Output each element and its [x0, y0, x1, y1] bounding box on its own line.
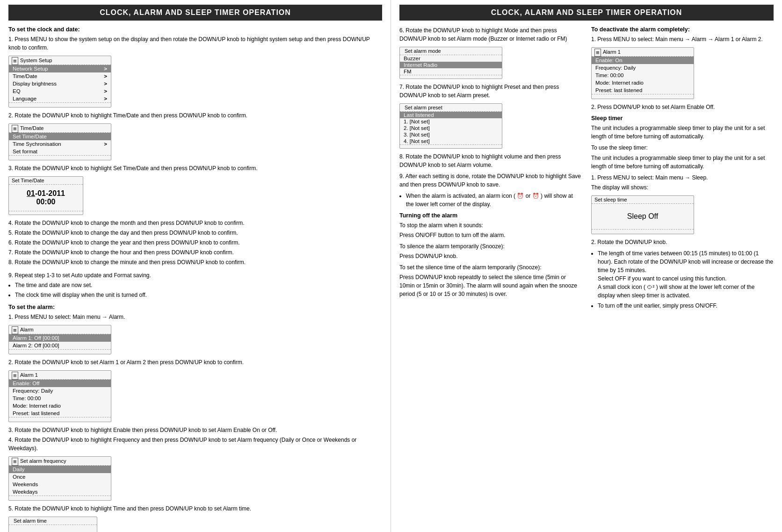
date-display: 01-01-2011 [9, 189, 83, 198]
step6-text: 6. Rotate the DOWN/UP knob to change the… [8, 238, 382, 247]
right-step6: 6. Rotate the DOWN/UP knob to highlight … [399, 26, 582, 43]
set-format-item: Set format [9, 148, 111, 155]
alarm-step1: 1. Press MENU to select: Main menu → Ala… [8, 313, 382, 321]
frequency-weekends: Weekends [9, 481, 111, 488]
right-bullet-1: When the alarm is activated, an alarm ic… [406, 192, 582, 208]
step7-text: 7. Rotate the DOWN/UP knob to change the… [8, 248, 382, 257]
preset-2: 2. [Not set] [400, 125, 502, 131]
right-step7: 7. Rotate the DOWN/UP knob to highlight … [399, 83, 582, 100]
alarm1-menu-box: Alarm 1 Enable: Off Frequency: Daily Tim… [8, 370, 111, 422]
alarm1r-frequency-item: Frequency: Daily [592, 64, 694, 72]
turning-off-title: Turning off the alarm [399, 212, 582, 219]
alarm-time-title: Set alarm time [9, 517, 97, 525]
right-content-top: 6. Rotate the DOWN/UP knob to highlight … [399, 26, 774, 313]
sleep-timer-title: Sleep timer [591, 115, 774, 122]
menu-icon [12, 58, 18, 63]
frequency-daily: Daily [9, 466, 111, 473]
deactivate-title: To deactivate the alarm completely: [591, 26, 774, 33]
sleep-para2: The unit includes a programmable sleep t… [591, 154, 774, 171]
deactivate-step1: 1. Press MENU to select: Main menu → Ala… [591, 35, 774, 43]
menu-icon-5 [12, 458, 18, 464]
language-item: Language [9, 95, 111, 102]
set-alarm-time-box: Set alarm time 00:00 [8, 517, 97, 532]
sleep-time-bottom [592, 229, 694, 234]
step1-text: 1. Press MENU to show the system setup o… [8, 35, 382, 52]
sleep-use-title: To use the sleep timer: [591, 144, 774, 152]
preset-last-listened: Last listened [400, 112, 502, 118]
eq-item: EQ [9, 87, 111, 95]
alarm1-enable-item: Enable: Off [9, 380, 111, 387]
set-alarm-section: To set the alarm: 1. Press MENU to selec… [8, 304, 382, 532]
alarm1r-time-item: Time: 00:00 [592, 72, 694, 79]
turning-off-p3: To set the silence time of the alarm tem… [399, 263, 582, 272]
step9-section: 9. Repeat step 1-3 to set Auto update an… [8, 271, 382, 299]
alarm-preset-box: Set alarm preset Last listened 1. [Not s… [399, 103, 502, 149]
sleep-step1: 1. Press MENU to select: Main menu → Sle… [591, 173, 774, 182]
turning-off-p3b: Press DOWN/UP knob repeatdly to select t… [399, 273, 582, 298]
step9-text: 9. Repeat step 1-3 to set Auto update an… [8, 271, 382, 280]
step2-text: 2. Rotate the DOWN/UP knob to highlight … [8, 111, 382, 120]
alarm-time-content: 00:00 [9, 525, 97, 532]
alarm1-menu-title: Alarm 1 [9, 371, 111, 380]
network-setup-item: Network Setup [9, 65, 111, 72]
sleep-time-box: Set sleep time Sleep Off [591, 195, 694, 234]
alarm-step4: 4. Rotate the DOWN/UP knob to highlight … [8, 436, 382, 453]
alarm-mode-box: Set alarm mode Buzzer Internet Radio FM [399, 47, 502, 79]
alarm-preset-title: Set alarm preset [400, 104, 502, 112]
alarm1-right-box: Alarm 1 Enable: On Frequency: Daily Time… [591, 47, 694, 99]
step3-text: 3. Rotate the DOWN/UP knob to highlight … [8, 164, 382, 173]
alarm-step2: 2. Rotate the DOWN/UP knob to set Alarm … [8, 358, 382, 367]
alarm2-item: Alarm 2: Off [00:00] [9, 342, 111, 349]
alarm-frequency-box: Set alarm frequency Daily Once Weekends … [8, 456, 111, 501]
alarm-menu-title: Alarm [9, 325, 111, 334]
alarm1-preset-item: Preset: last listened [9, 410, 111, 417]
set-clock-section: To set the clock and date: 1. Press MENU… [8, 26, 382, 266]
time-date-bottom [9, 155, 111, 160]
time-sync-item: Time Sychronisation [9, 140, 111, 148]
display-brightness-item: Display brightness [9, 80, 111, 87]
alarm1r-enable-item: Enable: On [592, 57, 694, 64]
alarm1-frequency-item: Frequency: Daily [9, 387, 111, 395]
right-header: CLOCK, ALARM AND SLEEP TIMER OPERATION [399, 5, 774, 21]
date-day: 01 [27, 189, 35, 197]
right-right-col: To deactivate the alarm completely: 1. P… [591, 26, 774, 313]
set-alarm-title: To set the alarm: [8, 304, 382, 310]
sleep-bullet-2: To turn off the unit earlier, simply pre… [598, 302, 774, 310]
alarm-frequency-bottom [9, 496, 111, 500]
time-date-box: Time/Date Set Time/Date Time Sychronisat… [8, 123, 111, 160]
alarm-mode-title: Set alarm mode [400, 47, 502, 55]
sleep-bullet-list: The length of time varies between 00:15 … [598, 249, 774, 310]
alarm-preset-bottom [400, 144, 502, 148]
alarm1r-mode-item: Mode: Internet radio [592, 79, 694, 86]
alarm1r-preset-item: Preset: last listened [592, 86, 694, 94]
sleep-bullet-1: The length of time varies between 00:15 … [598, 249, 774, 300]
alarm-step3: 3. Rotate the DOWN/UP knob to highlight … [8, 426, 382, 434]
sleep-time-content: Sleep Off [592, 204, 694, 229]
system-setup-box: System Setup Network Setup Time/Date Dis… [8, 56, 111, 108]
left-page: CLOCK, ALARM AND SLEEP TIMER OPERATION T… [0, 0, 391, 532]
set-time-date-box: Set Time/Date 01-01-2011 00:00 [8, 176, 83, 215]
menu-icon-9 [594, 49, 601, 55]
alarm1-mode-item: Mode: Internet radio [9, 402, 111, 410]
alarm1-right-title: Alarm 1 [592, 48, 694, 57]
alarm-menu-bottom [9, 349, 111, 354]
alarm1-bottom [9, 417, 111, 422]
alarm1r-bottom [592, 94, 694, 99]
menu-icon-3 [12, 327, 18, 332]
set-time-date-content: 01-01-2011 00:00 [9, 185, 83, 211]
deactivate-step2: 2. Press DOWN/UP knob to set Alarm Enabl… [591, 103, 774, 111]
system-setup-title: System Setup [9, 56, 111, 65]
turning-off-p1b: Press ON/OFF button to turn off the alar… [399, 231, 582, 239]
alarm1-time-item: Time: 00:00 [9, 395, 111, 402]
time-display: 00:00 [9, 198, 83, 206]
bullet-1: The time and date are now set. [15, 281, 382, 289]
preset-3: 3. [Not set] [400, 131, 502, 138]
menu-icon-4 [12, 372, 18, 378]
turning-off-p2b: Press DOWN/UP knob. [399, 252, 582, 260]
frequency-once: Once [9, 473, 111, 481]
set-clock-title: To set the clock and date: [8, 26, 382, 33]
turning-off-p1: To stop the alarm when it sounds: [399, 221, 582, 230]
right-page: CLOCK, ALARM AND SLEEP TIMER OPERATION 6… [391, 0, 782, 532]
alarm-menu-box: Alarm Alarm 1: Off [00:00] Alarm 2: Off … [8, 325, 111, 354]
right-step9: 9. After each setting is done, rotate th… [399, 172, 582, 189]
